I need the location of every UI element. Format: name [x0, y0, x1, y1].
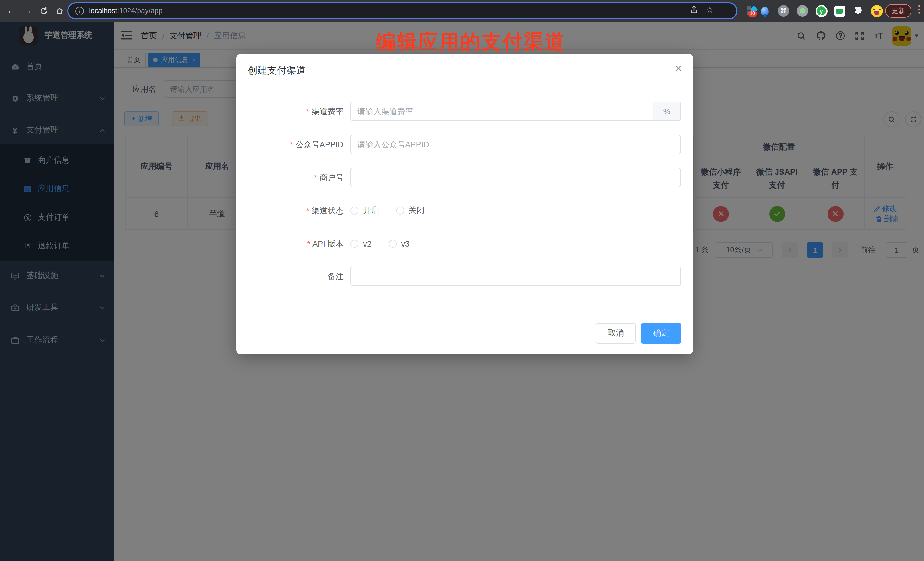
browser-back-icon[interactable]: ← [3, 0, 20, 22]
extension-icon-y[interactable]: y [814, 4, 828, 18]
appid-input[interactable] [350, 135, 681, 154]
confirm-button[interactable]: 确定 [641, 323, 681, 344]
status-label: *渠道状态 [236, 201, 344, 220]
remark-input[interactable] [350, 267, 681, 286]
extension-icon-recorder[interactable] [796, 4, 809, 18]
address-bar[interactable]: i localhost:1024/pay/app ☆ [68, 2, 737, 20]
dialog-title: 创建支付渠道 [248, 64, 306, 77]
extension-icon-chat[interactable] [832, 4, 846, 18]
remark-label: 备注 [236, 267, 344, 286]
api-v2-radio[interactable] [350, 240, 358, 248]
dialog-close-icon[interactable]: ✕ [675, 63, 683, 75]
browser-menu-icon[interactable] [918, 5, 921, 14]
extension-icon-balloon[interactable] [758, 4, 772, 18]
status-off-radio[interactable] [396, 207, 404, 214]
rate-label: *渠道费率 [236, 102, 344, 121]
bookmark-star-icon[interactable]: ☆ [706, 6, 713, 16]
browser-forward-icon[interactable]: → [20, 0, 35, 22]
browser-update-button[interactable]: 更新 [885, 4, 912, 18]
merchant-input[interactable] [350, 168, 681, 187]
extension-badge: 10 [748, 11, 757, 16]
browser-reload-icon[interactable] [35, 0, 51, 22]
cancel-button[interactable]: 取消 [596, 323, 636, 344]
extension-icon-command[interactable]: ⌘ [777, 4, 790, 18]
extension-icon-tabs[interactable]: 10 [745, 4, 759, 18]
profile-avatar-emoji[interactable] [870, 4, 884, 18]
status-on-radio[interactable] [350, 207, 358, 214]
rate-input[interactable] [351, 102, 653, 120]
status-radio-group: 开启 关闭 [350, 201, 424, 220]
site-info-icon[interactable]: i [75, 7, 84, 15]
extensions-puzzle-icon[interactable] [852, 4, 865, 18]
appid-label: *公众号APPID [236, 135, 344, 154]
browser-toolbar: ← → i localhost:1024/pay/app ☆ 10 [0, 0, 924, 22]
percent-suffix: % [653, 102, 680, 120]
merchant-label: *商户号 [236, 168, 344, 187]
api-version-radio-group: v2 v3 [350, 234, 410, 254]
create-payment-channel-dialog: 创建支付渠道 ✕ *渠道费率 % *公众号APPID *商户号 *渠道状态 开启… [236, 54, 693, 354]
share-icon[interactable] [690, 6, 698, 16]
url-text: localhost:1024/pay/app [89, 7, 162, 15]
rate-field: % [350, 102, 681, 121]
api-v3-radio[interactable] [388, 240, 397, 248]
app-page: 芋道管理系统 首页 系统管理 ¥ 支付管理 [0, 22, 924, 561]
api-version-label: *API 版本 [236, 234, 344, 254]
annotation-text: 编辑应用的支付渠道 [320, 28, 622, 56]
browser-home-icon[interactable] [51, 0, 68, 22]
